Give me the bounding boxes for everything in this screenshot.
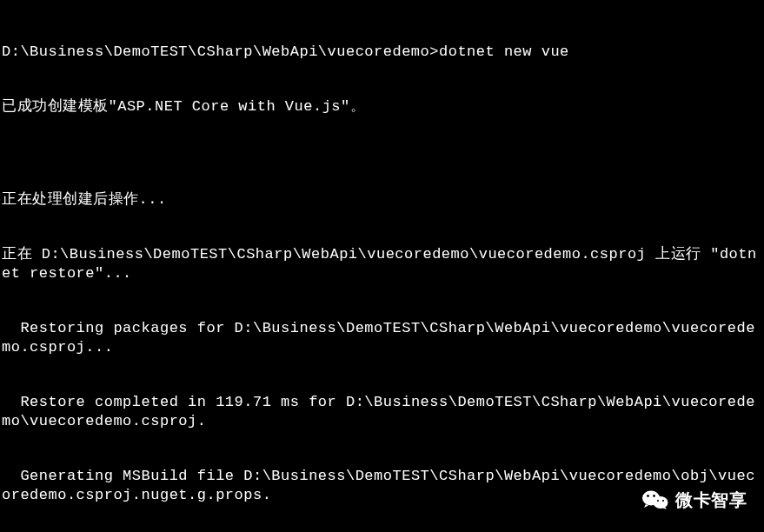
svg-point-4 bbox=[657, 500, 659, 502]
terminal-line: 正在 D:\Business\DemoTEST\CSharp\WebApi\vu… bbox=[2, 245, 762, 283]
terminal-line: 正在处理创建后操作... bbox=[2, 190, 762, 209]
svg-point-5 bbox=[662, 500, 664, 502]
terminal-line: Restoring packages for D:\Business\DemoT… bbox=[2, 319, 762, 356]
watermark: 微卡智享 bbox=[642, 489, 747, 511]
svg-point-2 bbox=[647, 495, 649, 497]
svg-point-1 bbox=[654, 496, 668, 509]
terminal-line: D:\Business\DemoTEST\CSharp\WebApi\vueco… bbox=[2, 43, 762, 61]
terminal-line: Restore completed in 119.71 ms for D:\Bu… bbox=[2, 393, 762, 430]
wechat-icon bbox=[642, 489, 668, 511]
svg-point-3 bbox=[653, 495, 655, 497]
watermark-text: 微卡智享 bbox=[675, 489, 747, 511]
terminal-output[interactable]: D:\Business\DemoTEST\CSharp\WebApi\vueco… bbox=[2, 5, 762, 532]
terminal-line: 已成功创建模板"ASP.NET Core with Vue.js"。 bbox=[2, 97, 762, 116]
